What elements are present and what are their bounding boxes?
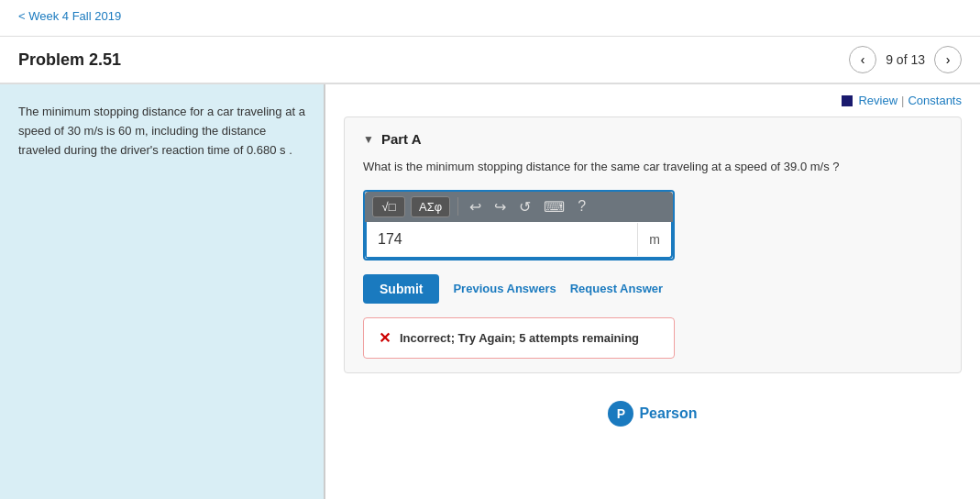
math-toolbar: √□ ΑΣφ ↩ ↪ ↺ ⌨ ? [365,192,673,222]
left-panel: The minimum stopping distance for a car … [0,84,325,499]
undo-button[interactable]: ↩ [466,196,485,217]
input-container: √□ ΑΣφ ↩ ↪ ↺ ⌨ ? m [363,190,675,261]
math-button[interactable]: √□ [372,196,405,217]
redo-button[interactable]: ↪ [490,196,510,217]
link-divider: | [901,94,904,107]
next-button[interactable]: › [934,46,962,73]
feedback-box: ✕ Incorrect; Try Again; 5 attempts remai… [363,317,675,359]
question-text: What is the minimum stopping distance fo… [363,158,942,176]
top-bar: < Week 4 Fall 2019 Problem 2.51 ‹ 9 of 1… [0,0,980,84]
right-panel: Review | Constants ▼ Part A What is the … [325,84,980,499]
part-header: ▼ Part A [363,131,942,147]
answer-input[interactable] [367,222,637,257]
nav-count: 9 of 13 [886,52,925,67]
problem-description: The minimum stopping distance for a car … [18,103,305,160]
previous-answers-link[interactable]: Previous Answers [453,282,556,295]
page-title: Problem 2.51 [18,50,121,70]
actions-row: Submit Previous Answers Request Answer [363,274,942,304]
help-button[interactable]: ? [574,196,589,216]
greek-button[interactable]: ΑΣφ [411,196,450,217]
review-icon [842,95,853,106]
incorrect-icon: ✕ [379,329,391,347]
content-area: The minimum stopping distance for a car … [0,84,980,499]
part-a-section: ▼ Part A What is the minimum stopping di… [344,116,962,373]
review-link[interactable]: Review [858,94,897,107]
pearson-circle-icon: P [608,401,633,427]
reset-button[interactable]: ↺ [515,196,534,217]
prev-button[interactable]: ‹ [849,46,876,73]
constants-link[interactable]: Constants [908,94,962,107]
pearson-brand: Pearson [639,405,697,422]
feedback-text: Incorrect; Try Again; 5 attempts remaini… [400,331,639,345]
toolbar-separator [457,197,458,216]
problem-header: Problem 2.51 ‹ 9 of 13 › [0,37,980,84]
input-row: m [365,222,673,259]
part-label: Part A [381,131,422,147]
pearson-logo: P Pearson [608,401,697,427]
submit-button[interactable]: Submit [363,274,439,304]
footer: P Pearson [344,387,962,440]
part-toggle[interactable]: ▼ [363,133,374,146]
breadcrumb[interactable]: < Week 4 Fall 2019 [18,9,962,23]
nav-controls: ‹ 9 of 13 › [849,46,962,73]
review-bar: Review | Constants [344,94,962,107]
unit-label: m [637,223,671,256]
keyboard-button[interactable]: ⌨ [540,196,568,217]
request-answer-link[interactable]: Request Answer [570,282,663,295]
